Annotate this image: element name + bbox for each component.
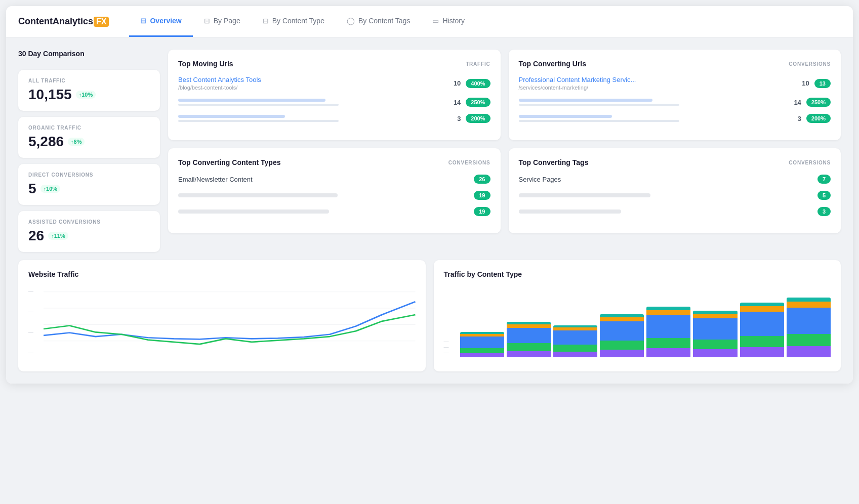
bar-seg-teal-7 [740,303,784,306]
content-tags-icon: ◯ [347,17,355,25]
direct-conversions-label: DIRECT CONVERSIONS [28,172,150,178]
right-col: Top Converting Urls CONVERSIONS Professi… [509,50,841,252]
content-type-icon: ⊟ [263,17,269,25]
all-traffic-value: 10,155 [28,87,72,103]
converting-url-name-1[interactable]: Professional Content Marketing Servic... [519,76,794,83]
converting-url-num-1: 10 [799,79,809,87]
converting-url-num-3: 3 [791,115,801,122]
bar-seg-blue-5 [646,315,690,338]
bar-group-3 [553,325,597,357]
tab-by-content-tags[interactable]: ◯ By Content Tags [336,6,421,37]
tab-overview[interactable]: ⊟ Overview [129,6,192,37]
url-bar-row-2 [178,99,445,106]
bar-stack-3 [553,325,597,357]
direct-conversions-badge: ↑10% [40,185,61,193]
bar-seg-teal-8 [787,298,831,302]
content-type-bar-3 [178,209,329,214]
bar-seg-green-8 [787,334,831,346]
line-chart-inner [44,286,416,357]
url-bar-2 [178,99,325,102]
content-type-bar-2 [178,193,338,197]
stats-column: 30 Day Comparison ALL TRAFFIC 10,155 ↑10… [18,50,160,252]
top-moving-url-row-2: 14 250% [178,98,490,107]
tab-by-content-type[interactable]: ⊟ By Content Type [252,6,336,37]
top-converting-tags-col-label: CONVERSIONS [789,160,831,165]
bar-seg-green-6 [693,340,737,349]
bar-group-2 [507,322,551,357]
url-num-2: 14 [451,99,461,106]
converting-url-row-1: Professional Content Marketing Servic...… [519,76,831,91]
url-bar-sub-2 [178,104,339,106]
website-traffic-chart: Website Traffic — — — — [18,260,426,371]
line-chart-svg [44,286,416,357]
bar-seg-orange-6 [693,314,737,318]
dashboard-grid: 30 Day Comparison ALL TRAFFIC 10,155 ↑10… [18,50,841,252]
all-traffic-label: ALL TRAFFIC [28,78,150,83]
tag-bar-3 [519,209,621,214]
bar-stack-5 [646,307,690,357]
tab-overview-label: Overview [150,17,181,25]
tag-row-2: 5 [519,191,831,200]
tab-by-page-label: By Page [214,17,240,25]
bar-groups [460,286,831,357]
top-content-types-col-label: CONVERSIONS [448,160,490,165]
bar-y-labels: — — — [444,337,456,357]
bar-seg-green-3 [553,345,597,352]
tab-by-page[interactable]: ⊡ By Page [193,6,252,37]
bar-seg-blue-2 [507,328,551,343]
website-traffic-title: Website Traffic [28,270,416,278]
main-content: 30 Day Comparison ALL TRAFFIC 10,155 ↑10… [6,37,853,384]
y-label-1: — [28,350,40,355]
bar-group-8 [787,298,831,357]
tag-row-3: 3 [519,207,831,216]
url-bar-3 [178,115,285,118]
top-converting-urls-title: Top Converting Urls [519,60,587,68]
stat-card-direct-conversions: DIRECT CONVERSIONS 5 ↑10% [18,164,160,205]
content-type-row-3: 19 [178,207,490,216]
url-badge-1: 400% [466,79,490,88]
bar-seg-purple-7 [740,347,784,357]
line-chart-area: — — — — [28,286,416,357]
content-type-badge-2: 19 [474,191,490,200]
top-content-types-header: Top Converting Content Types CONVERSIONS [178,158,490,166]
organic-traffic-value-row: 5,286 ↑8% [28,134,150,150]
bar-stack-4 [600,314,644,357]
bar-seg-purple-2 [507,351,551,357]
tab-history[interactable]: ▭ History [421,6,476,37]
logo-suffix: FX [94,17,109,27]
y-labels: — — — — [28,286,40,357]
bar-seg-purple-4 [600,350,644,357]
traffic-content-type-chart: Traffic by Content Type — — — [434,260,841,371]
top-converting-tags-header: Top Converting Tags CONVERSIONS [519,158,831,166]
converting-url-bar-2 [519,99,652,102]
bar-seg-blue-8 [787,308,831,334]
bar-seg-blue-7 [740,312,784,336]
tab-history-label: History [442,17,465,25]
converting-url-bar-sub-3 [519,120,679,122]
bar-seg-orange-8 [787,302,831,308]
bar-group-1 [460,332,504,357]
converting-url-badge-3: 200% [806,114,831,123]
all-traffic-badge: ↑10% [76,91,96,99]
assisted-conversions-label: ASSISTED CONVERSIONS [28,219,150,225]
converting-url-path-1: /services/content-marketing/ [519,85,794,91]
url-name-1[interactable]: Best Content Analytics Tools [178,76,445,83]
top-moving-urls-panel: Top Moving Urls TRAFFIC Best Content Ana… [168,50,501,140]
url-bar-sub-3 [178,120,339,122]
url-info-1: Best Content Analytics Tools /blog/best-… [178,76,445,91]
organic-traffic-value: 5,286 [28,134,64,150]
converting-url-bar-row-3 [519,115,786,122]
charts-row: Website Traffic — — — — [18,260,841,371]
bar-stack-7 [740,303,784,357]
stats-section-title: 30 Day Comparison [18,50,160,58]
direct-conversions-value: 5 [28,181,36,197]
content-type-row-1: Email/Newsletter Content 26 [178,175,490,184]
bar-seg-purple-5 [646,348,690,357]
top-moving-url-row-3: 3 200% [178,114,490,123]
url-num-1: 10 [451,79,461,87]
logo-brand: ContentAnalytics [18,16,93,27]
url-badge-3: 200% [466,114,490,123]
middle-col: Top Moving Urls TRAFFIC Best Content Ana… [168,50,501,252]
bar-seg-purple-8 [787,346,831,357]
organic-traffic-badge: ↑8% [68,138,85,146]
